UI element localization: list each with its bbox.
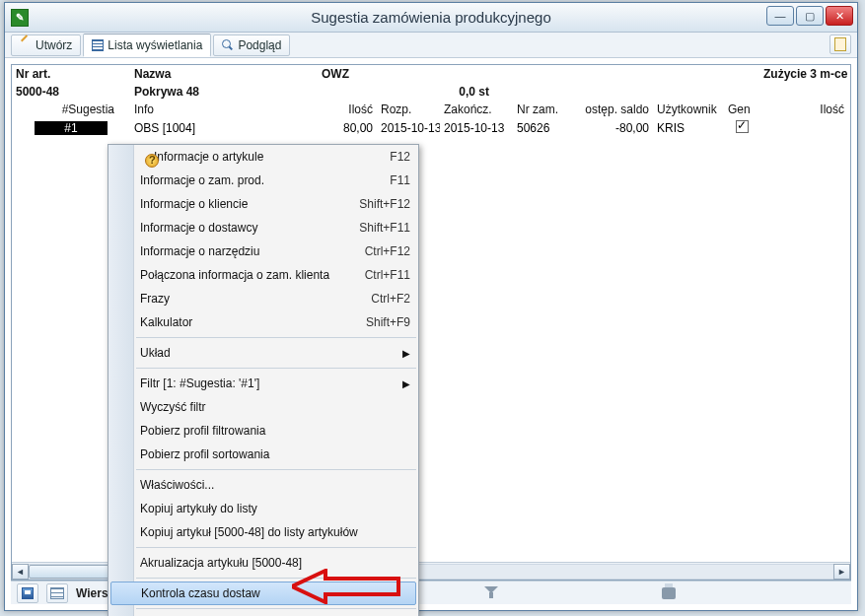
header-values-row: 5000-48 Pokrywa 48 0,0 st: [12, 83, 850, 101]
col-nr-art[interactable]: Nr art.: [12, 65, 130, 83]
menu-item[interactable]: Pobierz profil filtrowania: [108, 419, 418, 443]
preview-label: Podgląd: [238, 38, 281, 52]
cell-sugestia: #1: [12, 118, 130, 138]
list-icon: [92, 39, 104, 51]
title-bar: ✎ Sugestia zamówienia produkcyjnego — ▢ …: [5, 3, 857, 33]
minimize-button[interactable]: —: [766, 6, 794, 26]
col-owz[interactable]: OWZ: [318, 65, 513, 83]
info-icon: [145, 154, 159, 168]
val-nazwa: Pokrywa 48: [130, 83, 318, 101]
menu-item[interactable]: Wyczyść filtr: [108, 395, 418, 419]
cell-info: OBS [1004]: [130, 118, 318, 138]
scroll-right-button[interactable]: ►: [833, 564, 850, 580]
menu-separator: [136, 608, 416, 609]
printer-icon: [662, 587, 676, 599]
printer-indicator[interactable]: [662, 587, 676, 599]
menu-item[interactable]: Akrualizacja artykułu [5000-48]: [108, 551, 418, 575]
tab-display-list-label: Lista wyświetlania: [108, 38, 202, 52]
document-icon: [834, 37, 846, 51]
menu-item-label: Połączona informacja o zam. klienta: [140, 268, 329, 282]
menu-item-label: Kontrola czasu dostaw: [141, 586, 260, 600]
col-ilosc2[interactable]: Ilość: [759, 101, 848, 118]
rows-button[interactable]: [46, 583, 68, 603]
menu-item[interactable]: Kopiuj artykuły do listy: [108, 497, 418, 520]
col-uzy[interactable]: uży: [848, 65, 850, 83]
menu-item[interactable]: Informacje o narzędziuCtrl+F12: [108, 240, 418, 263]
submenu-arrow-icon: ▶: [402, 348, 410, 359]
save-button[interactable]: [17, 583, 38, 603]
context-menu[interactable]: Informacje o artykuleF12Informacje o zam…: [108, 144, 419, 616]
data-row-1[interactable]: #1 OBS [1004] 80,00 2015-10-13 2015-10-1…: [12, 118, 850, 138]
scroll-left-button[interactable]: ◄: [12, 564, 29, 580]
col-saldo[interactable]: ostęp. saldo: [574, 101, 653, 118]
menu-item[interactable]: Kalkulacja zapotrzebowania: [108, 612, 418, 616]
cell-uzytkownik: KRIS: [653, 118, 724, 138]
menu-item-shortcut: F12: [390, 150, 410, 164]
toolbar: Utwórz Lista wyświetlania Podgląd: [5, 33, 857, 58]
tab-display-list[interactable]: Lista wyświetlania: [83, 34, 211, 57]
menu-item-shortcut: Ctrl+F11: [365, 268, 410, 282]
menu-separator: [136, 578, 416, 579]
menu-item-label: Kopiuj artykuły do listy: [140, 502, 257, 515]
col-ilosc[interactable]: Ilość: [318, 101, 377, 118]
close-button[interactable]: ✕: [826, 6, 853, 26]
menu-item[interactable]: Właściwości...: [108, 473, 418, 497]
col-info[interactable]: Info: [130, 101, 318, 118]
filter-indicator[interactable]: [484, 586, 498, 600]
col-rozp[interactable]: Rozp.: [377, 101, 440, 118]
window-title: Sugestia zamówienia produkcyjnego: [5, 9, 857, 26]
menu-item-label: Wyczyść filtr: [140, 400, 206, 414]
menu-item-label: Informacje o dostawcy: [140, 221, 257, 235]
menu-item-label: Pobierz profil sortowania: [140, 447, 269, 461]
rows-icon: [50, 587, 64, 599]
menu-item[interactable]: Informacje o zam. prod.F11: [108, 169, 418, 192]
status-label: Wiers: [76, 586, 108, 600]
checkbox-icon[interactable]: [736, 120, 749, 133]
menu-item[interactable]: Pobierz profil sortowania: [108, 443, 418, 466]
menu-item[interactable]: Kontrola czasu dostaw: [110, 582, 416, 605]
menu-item[interactable]: Informacje o dostawcyShift+F11: [108, 216, 418, 240]
col-nrzam[interactable]: Nr zam.: [513, 101, 574, 118]
filter-icon: [484, 586, 498, 600]
header-row-2: #Sugestia Info Ilość Rozp. Zakończ. Nr z…: [12, 101, 850, 118]
magnifier-icon: [222, 39, 234, 51]
menu-item-shortcut: Ctrl+F12: [365, 244, 410, 258]
menu-item-shortcut: Ctrl+F2: [371, 292, 410, 306]
menu-item[interactable]: Kopiuj artykuł [5000-48] do listy artyku…: [108, 520, 418, 544]
menu-item[interactable]: KalkulatorShift+F9: [108, 310, 418, 334]
window-controls: — ▢ ✕: [766, 6, 853, 26]
menu-item-label: Kalkulator: [140, 315, 192, 329]
new-doc-button[interactable]: [829, 34, 851, 54]
menu-item-label: Pobierz profil filtrowania: [140, 424, 265, 438]
cell-nrzam: 50626: [513, 118, 574, 138]
col-uzytkownik[interactable]: Użytkownik: [653, 101, 724, 118]
create-button[interactable]: Utwórz: [11, 34, 81, 56]
menu-item[interactable]: Połączona informacja o zam. klientaCtrl+…: [108, 263, 418, 287]
preview-button[interactable]: Podgląd: [213, 34, 290, 56]
col-nazwa[interactable]: Nazwa: [130, 65, 318, 83]
submenu-arrow-icon: ▶: [402, 378, 410, 389]
menu-item-label: Informacje o artykule: [154, 150, 263, 164]
menu-item-label: Układ: [140, 346, 171, 360]
col-gen[interactable]: Gen: [724, 101, 759, 118]
menu-item-label: Filtr [1: #Sugestia: '#1']: [140, 376, 259, 390]
cell-gen[interactable]: [724, 118, 759, 138]
create-label: Utwórz: [36, 38, 72, 52]
menu-item-shortcut: Shift+F11: [359, 221, 410, 235]
col-zuzycie[interactable]: Zużycie 3 m-ce: [759, 65, 848, 83]
header-row-1: Nr art. Nazwa OWZ Zużycie 3 m-ce uży: [12, 65, 850, 83]
col-sugestia[interactable]: #Sugestia: [12, 101, 130, 118]
val-owz: 0,0 st: [318, 83, 513, 101]
menu-item[interactable]: Informacje o kliencieShift+F12: [108, 192, 418, 216]
col-zakoncz[interactable]: Zakończ.: [440, 101, 513, 118]
menu-item[interactable]: FrazyCtrl+F2: [108, 287, 418, 310]
menu-item-label: Frazy: [140, 292, 170, 306]
menu-item-shortcut: F11: [390, 173, 410, 187]
menu-item-shortcut: Shift+F9: [366, 315, 410, 329]
menu-separator: [136, 337, 416, 338]
menu-separator: [136, 469, 416, 470]
menu-item[interactable]: Filtr [1: #Sugestia: '#1']▶: [108, 372, 418, 395]
menu-item[interactable]: Informacje o artykuleF12: [108, 145, 418, 169]
maximize-button[interactable]: ▢: [796, 6, 824, 26]
menu-item[interactable]: Układ▶: [108, 341, 418, 365]
